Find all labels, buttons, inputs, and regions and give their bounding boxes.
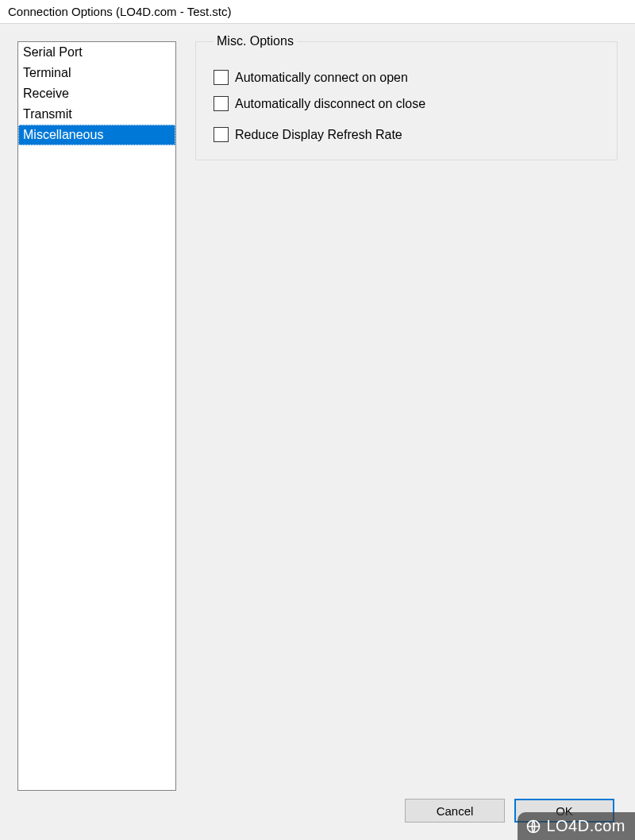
options-panel: Misc. Options Automatically connect on o…: [195, 41, 618, 791]
checkbox-row-auto-disconnect[interactable]: Automatically disconnect on close: [214, 96, 599, 111]
sidebar-item-label: Terminal: [23, 66, 71, 79]
category-list[interactable]: Serial Port Terminal Receive Transmit Mi…: [17, 41, 176, 791]
sidebar-item-label: Receive: [23, 87, 69, 100]
checkbox-row-auto-connect[interactable]: Automatically connect on open: [214, 70, 599, 85]
sidebar-item-label: Transmit: [23, 107, 72, 121]
checkbox-row-reduce-refresh[interactable]: Reduce Display Refresh Rate: [214, 127, 599, 142]
watermark-text: LO4D.com: [546, 817, 625, 835]
sidebar-item-label: Miscellaneous: [23, 128, 103, 141]
sidebar-item-receive[interactable]: Receive: [18, 83, 175, 104]
cancel-button[interactable]: Cancel: [405, 799, 505, 823]
window-titlebar: Connection Options (LO4D.com - Test.stc): [0, 0, 635, 24]
sidebar-item-terminal[interactable]: Terminal: [18, 63, 175, 83]
checkbox-reduce-refresh[interactable]: [214, 127, 229, 142]
sidebar-item-miscellaneous[interactable]: Miscellaneous: [18, 125, 175, 145]
globe-icon: [525, 819, 541, 834]
checkbox-label: Automatically disconnect on close: [235, 97, 425, 111]
checkbox-label: Reduce Display Refresh Rate: [235, 128, 402, 142]
misc-options-fieldset: Misc. Options Automatically connect on o…: [195, 41, 618, 160]
window-title: Connection Options (LO4D.com - Test.stc): [8, 5, 232, 18]
connection-options-window: Connection Options (LO4D.com - Test.stc)…: [0, 0, 635, 840]
checkbox-auto-disconnect[interactable]: [214, 96, 229, 111]
sidebar-item-transmit[interactable]: Transmit: [18, 104, 175, 125]
checkbox-label: Automatically connect on open: [235, 71, 408, 85]
watermark: LO4D.com: [518, 812, 635, 840]
content-area: Serial Port Terminal Receive Transmit Mi…: [0, 24, 635, 840]
sidebar-item-serial-port[interactable]: Serial Port: [18, 42, 175, 63]
main-area: Serial Port Terminal Receive Transmit Mi…: [17, 41, 618, 791]
fieldset-legend: Misc. Options: [214, 34, 297, 48]
sidebar-item-label: Serial Port: [23, 45, 83, 59]
checkbox-auto-connect[interactable]: [214, 70, 229, 85]
